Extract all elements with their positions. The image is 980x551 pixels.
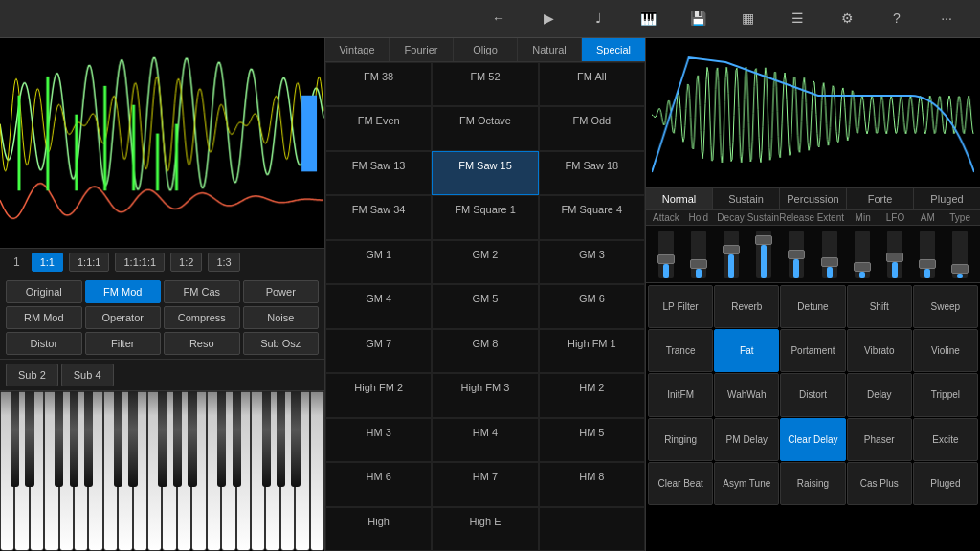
mode-btn-power[interactable]: Power — [243, 280, 320, 303]
effect-btn-delay[interactable]: Delay — [847, 373, 912, 416]
effect-btn-initfm[interactable]: InitFM — [648, 373, 713, 416]
adsr-slider-3[interactable] — [756, 231, 771, 278]
preset-item-23[interactable]: HM 2 — [539, 373, 645, 417]
adsr-slider-4[interactable] — [789, 231, 804, 278]
adsr-slider-9[interactable] — [952, 231, 968, 278]
effect-btn-trippel[interactable]: Trippel — [913, 373, 978, 416]
preset-item-4[interactable]: FM Octave — [432, 106, 538, 150]
adsr-slider-6[interactable] — [855, 231, 870, 278]
mode-btn-reso[interactable]: Reso — [164, 332, 240, 355]
preset-item-2[interactable]: FM All — [539, 62, 645, 106]
preset-item-17[interactable]: GM 6 — [539, 284, 645, 328]
effect-btn-lp-filter[interactable]: LP Filter — [648, 285, 713, 328]
adsr-slider-7[interactable] — [887, 231, 902, 278]
adsr-tab-forte[interactable]: Forte — [847, 188, 914, 209]
preset-item-21[interactable]: High FM 2 — [325, 373, 432, 417]
piano-black-key-12[interactable] — [262, 391, 271, 487]
preset-item-31[interactable]: High E — [432, 507, 538, 551]
preset-item-20[interactable]: High FM 1 — [539, 329, 645, 373]
effect-btn-pluged[interactable]: Pluged — [913, 462, 978, 505]
preset-item-15[interactable]: GM 4 — [325, 284, 432, 328]
mode-btn-operator[interactable]: Operator — [85, 306, 162, 329]
piano-black-key-7[interactable] — [158, 391, 167, 487]
preset-item-25[interactable]: HM 4 — [432, 418, 538, 462]
sound-button[interactable]: ♩ — [574, 1, 622, 37]
preset-item-13[interactable]: GM 2 — [432, 240, 538, 284]
preset-item-14[interactable]: GM 3 — [539, 240, 645, 284]
effect-btn-asym-tune[interactable]: Asym Tune — [714, 462, 779, 505]
back-button[interactable]: ← — [475, 1, 523, 37]
effect-btn-cas-plus[interactable]: Cas Plus — [847, 462, 912, 505]
effect-btn-fat[interactable]: Fat — [714, 329, 779, 372]
preset-item-3[interactable]: FM Even — [325, 106, 432, 150]
ratio-btn-1-1-1-1[interactable]: 1:1:1:1 — [115, 253, 165, 272]
effect-btn-clear-delay[interactable]: Clear Delay — [780, 418, 845, 461]
piano-black-key-14[interactable] — [291, 391, 300, 487]
preset-item-10[interactable]: FM Square 1 — [432, 195, 538, 239]
preset-item-32[interactable] — [539, 507, 645, 551]
effect-btn-raising[interactable]: Raising — [780, 462, 845, 505]
ratio-btn-1-1[interactable]: 1:1 — [32, 253, 63, 272]
preset-item-22[interactable]: High FM 3 — [432, 373, 538, 417]
piano-black-key-8[interactable] — [173, 391, 182, 487]
tab-natural[interactable]: Natural — [518, 38, 582, 61]
ratio-btn-1-2[interactable]: 1:2 — [170, 253, 202, 272]
effect-btn-pm-delay[interactable]: PM Delay — [714, 418, 779, 461]
produce-button[interactable]: ▦ — [724, 1, 771, 37]
keys-button[interactable]: 🎹 — [624, 1, 672, 37]
adsr-slider-5[interactable] — [822, 231, 837, 278]
effect-btn-detune[interactable]: Detune — [780, 285, 845, 328]
effect-btn-shift[interactable]: Shift — [847, 285, 912, 328]
effect-btn-clear-beat[interactable]: Clear Beat — [648, 462, 713, 505]
preset-item-30[interactable]: High — [325, 507, 432, 551]
adsr-tab-sustain[interactable]: Sustain — [713, 188, 780, 209]
preset-item-27[interactable]: HM 6 — [325, 462, 432, 506]
effect-btn-vibrato[interactable]: Vibrato — [847, 329, 912, 372]
piano-black-key-2[interactable] — [55, 391, 63, 487]
help-button[interactable]: ? — [873, 1, 921, 37]
preset-item-29[interactable]: HM 8 — [539, 462, 645, 506]
mode-btn-fm-mod[interactable]: FM Mod — [85, 280, 162, 303]
piano-black-key-10[interactable] — [217, 391, 226, 487]
piano-black-key-11[interactable] — [233, 391, 241, 487]
piano-white-key-21[interactable] — [310, 391, 324, 551]
effect-btn-trance[interactable]: Trance — [648, 329, 713, 372]
more-button[interactable]: ··· — [923, 1, 970, 37]
preset-item-26[interactable]: HM 5 — [539, 418, 645, 462]
preset-item-5[interactable]: FM Odd — [539, 106, 645, 150]
adsr-slider-0[interactable] — [658, 231, 674, 278]
piano-black-key-3[interactable] — [70, 391, 78, 487]
mode-btn-noise[interactable]: Noise — [243, 306, 320, 329]
adsr-tab-percussion[interactable]: Percussion — [780, 188, 847, 209]
effect-btn-distort[interactable]: Distort — [780, 373, 845, 416]
mode-btn-compress[interactable]: Compress — [164, 306, 240, 329]
mode-btn-distor[interactable]: Distor — [6, 332, 82, 355]
save-button[interactable]: 💾 — [674, 1, 722, 37]
setting-button[interactable]: ⚙ — [823, 1, 871, 37]
ratio-btn-1-1-1[interactable]: 1:1:1 — [69, 253, 109, 272]
adsr-slider-2[interactable] — [724, 231, 739, 278]
sub-btn-4[interactable]: Sub 4 — [61, 364, 114, 386]
effect-btn-excite[interactable]: Excite — [913, 418, 978, 461]
mode-btn-fm-cas[interactable]: FM Cas — [164, 280, 240, 303]
preset-item-6[interactable]: FM Saw 13 — [325, 151, 432, 195]
effect-btn-reverb[interactable]: Reverb — [714, 285, 779, 328]
piano-black-key-9[interactable] — [188, 391, 196, 487]
mode-btn-filter[interactable]: Filter — [85, 332, 162, 355]
effect-btn-wahwah[interactable]: WahWah — [714, 373, 779, 416]
sub-btn-2[interactable]: Sub 2 — [6, 364, 58, 386]
adsr-slider-1[interactable] — [691, 231, 706, 278]
preset-item-9[interactable]: FM Saw 34 — [325, 195, 432, 239]
piano-black-key-4[interactable] — [84, 391, 93, 487]
preset-item-28[interactable]: HM 7 — [432, 462, 538, 506]
effect-btn-ringing[interactable]: Ringing — [648, 418, 713, 461]
piano-black-key-6[interactable] — [128, 391, 137, 487]
effect-btn-portament[interactable]: Portament — [780, 329, 845, 372]
preset-item-16[interactable]: GM 5 — [432, 284, 538, 328]
preset-item-12[interactable]: GM 1 — [325, 240, 432, 284]
adsr-tab-pluged[interactable]: Pluged — [914, 188, 980, 209]
effect-btn-violine[interactable]: Violine — [913, 329, 978, 372]
effect-btn-sweep[interactable]: Sweep — [913, 285, 978, 328]
ratio-btn-1-3[interactable]: 1:3 — [208, 253, 239, 272]
preset-item-7[interactable]: FM Saw 15 — [432, 151, 538, 195]
